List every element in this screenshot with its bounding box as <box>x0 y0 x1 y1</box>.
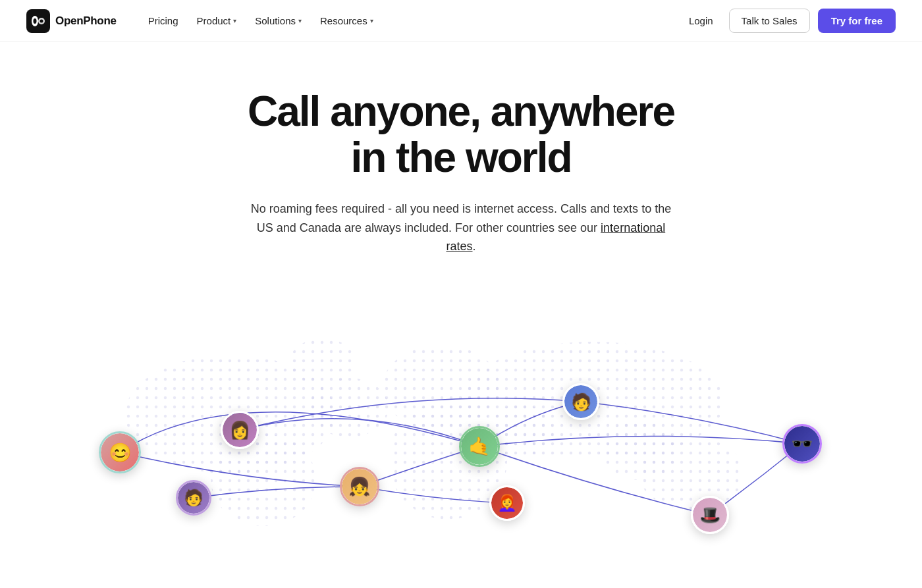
avatar-3: 🧑 <box>176 480 211 516</box>
nav-resources[interactable]: Resources ▾ <box>312 10 381 32</box>
logo-link[interactable]: OpenPhone <box>26 9 117 33</box>
avatar-inner: 🧑 <box>564 385 597 418</box>
avatar-inner: 🧑 <box>178 482 209 514</box>
avatar-inner: 👧 <box>342 469 377 504</box>
logo-text: OpenPhone <box>55 14 117 28</box>
connection-lines <box>0 282 922 566</box>
avatar-9: 🕶️ <box>782 424 822 464</box>
hero-subtext: No roaming fees required - all you need … <box>250 200 672 256</box>
navbar: OpenPhone Pricing Product ▾ Solutions ▾ … <box>0 0 922 42</box>
avatar-5: 🤙 <box>459 426 500 467</box>
hero-section: Call anyone, anywhere in the world No ro… <box>0 42 922 269</box>
login-button[interactable]: Login <box>681 10 721 32</box>
svg-point-4 <box>40 19 43 22</box>
avatar-inner: 🎩 <box>693 498 727 532</box>
talk-to-sales-button[interactable]: Talk to Sales <box>729 9 810 33</box>
avatar-1: 😊 <box>99 431 141 473</box>
avatar-inner: 👩‍🦰 <box>491 487 523 519</box>
avatar-8: 🎩 <box>691 496 729 534</box>
nav-links: Pricing Product ▾ Solutions ▾ Resources … <box>140 10 681 32</box>
world-map-section: 😊👩🧑👧🤙👩‍🦰🧑🎩🕶️ <box>0 282 922 566</box>
solutions-chevron: ▾ <box>298 17 302 24</box>
nav-product[interactable]: Product ▾ <box>189 10 245 32</box>
avatar-2: 👩 <box>221 411 259 449</box>
avatar-inner: 😊 <box>101 433 139 471</box>
hero-headline: Call anyone, anywhere in the world <box>230 88 692 181</box>
nav-right: Login Talk to Sales Try for free <box>681 9 896 33</box>
try-for-free-button[interactable]: Try for free <box>818 9 896 33</box>
avatar-inner: 👩 <box>223 413 257 447</box>
avatar-inner: 🤙 <box>461 428 498 465</box>
avatar-4: 👧 <box>340 467 379 506</box>
nav-pricing[interactable]: Pricing <box>140 10 186 32</box>
avatar-inner: 🕶️ <box>784 426 820 462</box>
resources-chevron: ▾ <box>370 17 373 24</box>
avatar-6: 👩‍🦰 <box>489 485 525 521</box>
avatar-7: 🧑 <box>562 383 599 420</box>
logo-icon <box>26 9 50 33</box>
svg-point-2 <box>34 18 37 24</box>
nav-solutions[interactable]: Solutions ▾ <box>247 10 310 32</box>
product-chevron: ▾ <box>233 17 236 24</box>
